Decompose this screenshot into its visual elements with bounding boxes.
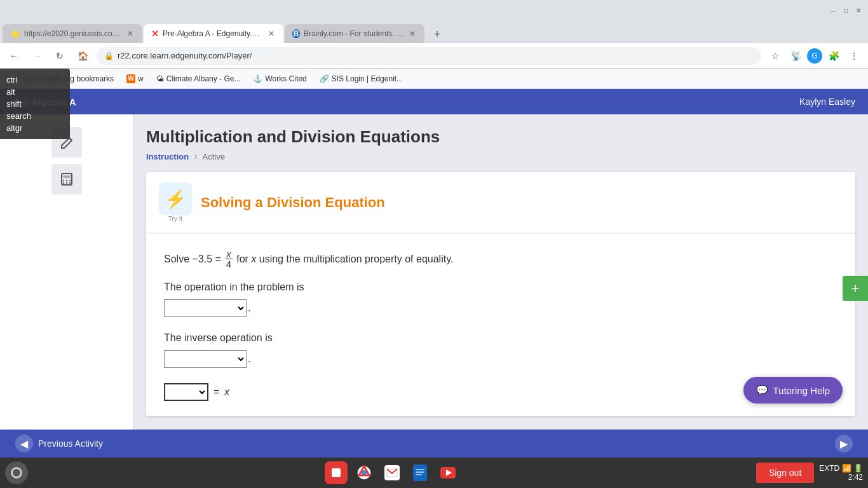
app-header-user: Kaylyn Easley [799,97,855,107]
battery-icon: 🔋 [853,464,863,473]
url-bar[interactable]: 🔒 r22.core.learn.edgenuity.com/Player/ [97,47,761,65]
content-area: Multiplication and Division Equations In… [133,114,868,463]
taskbar: Sign out EXTD 📶 🔋 2:42 [0,458,868,488]
svg-point-4 [69,180,70,181]
address-actions: ☆ 📡 G 🧩 ⋮ [766,47,863,65]
dot-after-1: . [248,302,250,314]
bookmark-star-button[interactable]: ☆ [766,47,784,65]
calculator-tool-button[interactable] [51,164,82,194]
svg-point-7 [69,182,70,184]
cast-button[interactable]: 📡 [787,47,804,65]
svg-point-6 [65,182,67,184]
svg-point-2 [62,180,64,181]
breadcrumb-separator: › [194,151,197,162]
breadcrumb-instruction[interactable]: Instruction [146,152,189,161]
answer-value-dropdown[interactable]: −14 14 −3.5 3.5 [164,383,208,401]
key-search: search [6,110,64,122]
start-button[interactable] [5,461,28,484]
dropdown2-row: multiplication division addition subtrac… [164,350,837,368]
prev-activity-label: Previous Activity [38,438,103,449]
operation-dropdown[interactable]: division multiplication addition subtrac… [164,299,247,317]
problem-prefix: Solve −3.5 = [164,254,221,265]
tab-edgenuity[interactable]: ✕ Pre-Algebra A - Edgenuity.com ✕ [144,24,283,43]
start-icon [11,467,22,478]
tab-geniussis[interactable]: ⭐ https://e2020.geniussis.com/FE... ✕ [3,24,142,43]
keyboard-overlay: ctrl alt shift search altgr [0,69,70,139]
profile-button[interactable]: G [807,48,822,64]
tutoring-help-button[interactable]: 💬 Tutoring Help [743,377,843,403]
try-it-label: Try It [168,215,182,222]
question2-text: The inverse operation is [164,332,837,344]
bookmark-climate[interactable]: 🌤 Climate Albany - Ge... [151,72,246,86]
breadcrumb: Instruction › Active [146,151,855,162]
bookmark-sis-label: SIS Login | Edgenit... [332,74,403,83]
expand-plus-button[interactable]: + [843,276,868,301]
fraction-x-over-4: x 4 [225,249,233,269]
bookmark-w-label: w [138,74,144,83]
taskbar-left [5,461,28,484]
tab-brainly[interactable]: B Brainly.com - For students. By st... ✕ [285,24,424,43]
maximize-button[interactable]: □ [841,6,850,15]
card-header: ⚡ Try It Solving a Division Equation [146,172,855,234]
tutoring-label: Tutoring Help [773,385,831,396]
svg-rect-1 [63,175,71,178]
wifi-icon: 📶 [842,464,851,473]
bookmark-w[interactable]: W w [121,72,149,86]
problem-suffix: for x using the multiplication property … [236,254,453,265]
svg-rect-14 [416,471,424,473]
browser-chrome: — □ ✕ ⭐ https://e2020.geniussis.com/FE..… [0,0,868,89]
fraction-numerator: x [225,249,233,259]
tabs-bar: ⭐ https://e2020.geniussis.com/FE... ✕ ✕ … [0,20,868,43]
tab-favicon-b: B [292,29,300,38]
taskbar-red-app[interactable] [325,461,348,484]
equation-row: −14 14 −3.5 3.5 = x [164,383,837,401]
taskbar-docs[interactable] [409,461,431,484]
next-activity-button[interactable]: ▶ [827,431,860,456]
close-button[interactable]: ✕ [854,6,863,15]
taskbar-info: EXTD 📶 🔋 2:42 [819,464,863,482]
card-icon-wrapper: ⚡ Try It [159,182,192,222]
main-area: Multiplication and Division Equations In… [0,114,868,463]
time-display: 2:42 [819,473,863,482]
key-shift: shift [6,98,64,110]
fraction-denominator: 4 [225,259,233,269]
sign-out-button[interactable]: Sign out [756,463,814,483]
tab-title-geniussis: https://e2020.geniussis.com/FE... [24,29,122,38]
title-bar: — □ ✕ [0,0,868,20]
bookmark-works-cited[interactable]: ⚓ Works Cited [248,72,311,86]
tab-favicon-star: ⭐ [10,29,20,39]
inverse-operation-dropdown[interactable]: multiplication division addition subtrac… [164,350,247,368]
tab-close-brainly[interactable]: ✕ [408,28,417,39]
forward-button[interactable]: → [28,47,46,65]
card-icon: ⚡ [159,182,192,215]
svg-rect-13 [416,469,424,470]
bookmark-sis-login[interactable]: 🔗 SIS Login | Edgenit... [315,72,409,86]
taskbar-chrome[interactable] [353,461,376,484]
key-ctrl: ctrl [6,74,64,86]
card-title: Solving a Division Equation [201,194,385,211]
equals-sign: = [214,386,219,398]
back-button[interactable]: ← [5,47,23,65]
tab-close-geniussis[interactable]: ✕ [126,28,135,39]
problem-statement: Solve −3.5 = x 4 for x using the multipl… [164,249,837,269]
variable-x: x [224,386,229,398]
tab-close-edgenuity[interactable]: ✕ [267,28,276,39]
extensions-button[interactable]: 🧩 [825,47,843,65]
window-controls[interactable]: — □ ✕ [829,6,863,15]
new-tab-button[interactable]: + [428,25,446,43]
taskbar-youtube[interactable] [437,461,459,484]
prev-arrow-icon: ◀ [15,435,33,452]
taskbar-gmail[interactable] [381,461,403,484]
activity-card: ⚡ Try It Solving a Division Equation Sol… [146,172,855,416]
tab-title-brainly: Brainly.com - For students. By st... [304,29,404,38]
address-bar: ← → ↻ 🏠 🔒 r22.core.learn.edgenuity.com/P… [0,43,868,69]
bookmark-works-cited-label: Works Cited [265,74,306,83]
menu-button[interactable]: ⋮ [845,47,863,65]
reload-button[interactable]: ↻ [51,47,69,65]
prev-activity-button[interactable]: ◀ Previous Activity [8,431,111,456]
dropdown1-row: division multiplication addition subtrac… [164,299,837,317]
page-title: Multiplication and Division Equations [146,127,855,147]
minimize-button[interactable]: — [829,6,837,15]
key-alt: alt [6,86,64,98]
home-button[interactable]: 🏠 [74,47,92,65]
